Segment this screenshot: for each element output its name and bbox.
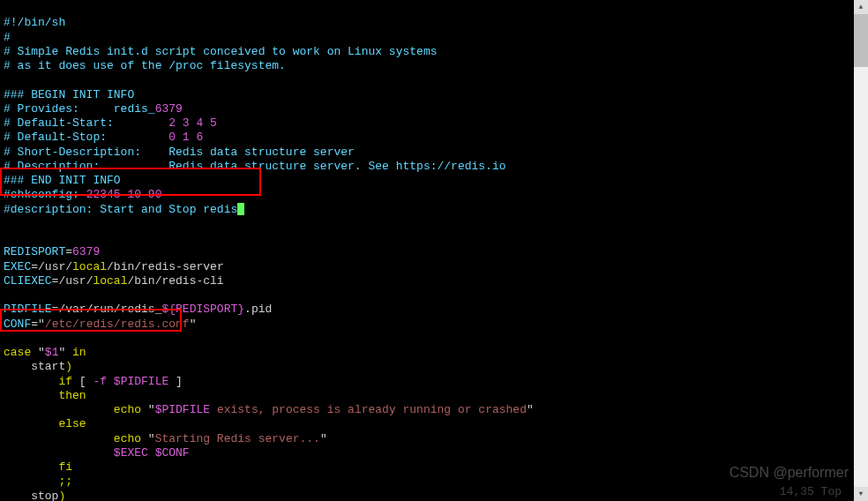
scrollbar-down-icon[interactable]: ▼ [854,487,868,501]
code-line: stop) [4,490,65,502]
code-line: echo "Starting Redis server..." [4,432,327,445]
code-line: # as it does use of the /proc filesystem… [4,59,286,72]
code-line: CONF="/etc/redis/redis.conf" [4,318,196,331]
code-line: # Description: Redis data structure serv… [4,160,506,173]
scrollbar-up-icon[interactable]: ▲ [854,0,868,14]
code-line: #chkconfig: 22345 10 90 [4,188,161,201]
code-line: # Default-Stop: 0 1 6 [4,131,203,144]
code-line: # [4,31,11,44]
code-line: #description: Start and Stop redis [4,203,244,216]
code-line: then [4,389,86,402]
code-line: PIDFILE=/var/run/redis_${REDISPORT}.pid [4,303,272,316]
code-line: ### BEGIN INIT INFO [4,88,134,101]
code-line: start) [4,360,72,373]
vim-position-indicator: 14,35 Top [780,485,842,499]
code-line: CLIEXEC=/usr/local/bin/redis-cli [4,274,224,288]
code-line: $EXEC $CONF [4,446,190,460]
code-line: # Default-Start: 2 3 4 5 [4,116,217,130]
code-line: # Simple Redis init.d script conceived t… [4,45,437,58]
code-line: else [4,417,86,430]
scrollbar-thumb[interactable] [854,14,868,67]
code-line: case "$1" in [4,346,86,359]
code-line: #!/bin/sh [4,16,65,29]
scrollbar[interactable]: ▲ ▼ [854,0,868,501]
code-line: EXEC=/usr/local/bin/redis-server [4,260,224,273]
cursor-icon [237,203,244,215]
code-line: # Short-Description: Redis data structur… [4,146,355,159]
code-line: ;; [4,475,72,488]
watermark: CSDN @performer [730,464,849,482]
code-line: REDISPORT=6379 [4,245,100,258]
code-line: if [ -f $PIDFILE ] [4,375,183,388]
code-line: # Provides: redis_6379 [4,102,183,116]
code-line: ### END INIT INFO [4,174,121,187]
code-line: fi [4,460,72,474]
code-line: echo "$PIDFILE exists, process is alread… [4,403,534,416]
code-editor[interactable]: #!/bin/sh # # Simple Redis init.d script… [0,0,868,501]
